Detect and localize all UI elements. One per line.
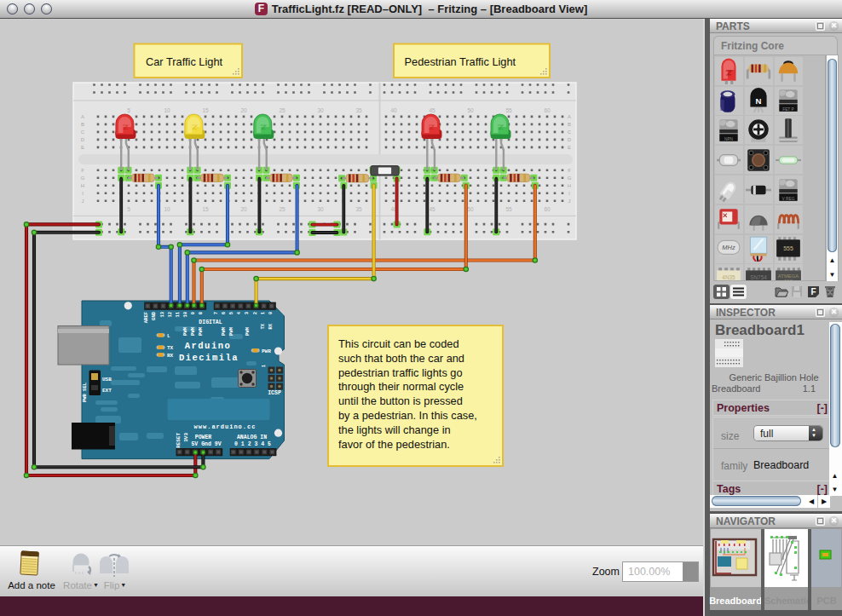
svg-text:1: 1 xyxy=(262,365,267,367)
svg-text:D: D xyxy=(81,137,85,142)
svg-text:10: 10 xyxy=(164,206,170,212)
svg-text:12: 12 xyxy=(167,312,173,318)
svg-text:PWM: PWM xyxy=(198,326,204,336)
svg-text:30: 30 xyxy=(317,107,324,113)
svg-text:Car Traffic Light: Car Traffic Light xyxy=(146,55,223,68)
svg-text:such that both the car and: such that both the car and xyxy=(338,352,464,365)
svg-text:J: J xyxy=(568,199,571,204)
svg-text:N: N xyxy=(756,96,762,106)
svg-text:PWM: PWM xyxy=(182,326,188,336)
svg-text:pedestrian traffic lights go: pedestrian traffic lights go xyxy=(338,366,463,379)
svg-text:A: A xyxy=(568,114,571,119)
svg-text:3V3: 3V3 xyxy=(183,433,189,442)
svg-text:EXT: EXT xyxy=(102,388,112,394)
svg-text:B: B xyxy=(81,122,84,127)
svg-text:555: 555 xyxy=(783,245,793,251)
svg-text:5: 5 xyxy=(127,107,130,113)
svg-text:ATMEGA: ATMEGA xyxy=(778,273,799,279)
svg-text:20: 20 xyxy=(240,206,247,212)
svg-text:C: C xyxy=(568,130,572,135)
svg-text:E: E xyxy=(81,145,84,150)
svg-text:D: D xyxy=(568,137,572,142)
svg-text:the lights will change in: the lights will change in xyxy=(338,423,451,436)
svg-text:SN754: SN754 xyxy=(750,274,767,280)
svg-text:GND: GND xyxy=(151,311,157,320)
svg-text:25: 25 xyxy=(279,206,285,212)
svg-text:L: L xyxy=(167,333,170,339)
svg-text:PWM: PWM xyxy=(245,326,251,336)
svg-text:G: G xyxy=(81,176,85,181)
svg-text:45: 45 xyxy=(429,107,435,113)
svg-text:RESET: RESET xyxy=(176,433,182,448)
svg-text:FET P: FET P xyxy=(782,107,794,112)
svg-text:PWM: PWM xyxy=(221,326,227,336)
svg-text:until the button is pressed: until the button is pressed xyxy=(338,394,463,407)
svg-text:POWER: POWER xyxy=(195,435,212,440)
svg-text:RX: RX xyxy=(268,323,274,329)
svg-text:TX: TX xyxy=(260,323,266,329)
svg-text:through their normal cycle: through their normal cycle xyxy=(338,380,464,393)
svg-text:V REG: V REG xyxy=(782,196,795,200)
svg-text:25: 25 xyxy=(279,107,285,113)
svg-text:AREF: AREF xyxy=(143,312,149,323)
svg-text:9: 9 xyxy=(190,312,196,314)
svg-text:6: 6 xyxy=(221,312,227,314)
svg-text:55: 55 xyxy=(505,206,512,212)
svg-text:This circuit can be coded: This circuit can be coded xyxy=(338,337,459,350)
svg-text:10: 10 xyxy=(182,312,188,318)
svg-text:TX: TX xyxy=(167,345,174,351)
svg-text:www.arduino.cc: www.arduino.cc xyxy=(194,423,257,430)
svg-text:7: 7 xyxy=(213,312,219,314)
svg-text:15: 15 xyxy=(202,206,209,212)
svg-text:13: 13 xyxy=(159,311,165,317)
svg-text:PWM: PWM xyxy=(190,326,196,336)
svg-text:G: G xyxy=(568,176,572,181)
svg-text:PWM: PWM xyxy=(228,326,234,336)
svg-text:40: 40 xyxy=(390,107,397,113)
svg-text:60: 60 xyxy=(544,206,551,212)
svg-text:F: F xyxy=(810,287,816,296)
svg-text:50: 50 xyxy=(467,206,474,212)
svg-text:4N35: 4N35 xyxy=(722,274,735,280)
svg-text:PWR SEL: PWR SEL xyxy=(82,382,88,402)
svg-text:20: 20 xyxy=(240,107,247,113)
svg-text:45: 45 xyxy=(429,206,435,212)
svg-text:favor of the pedestrian.: favor of the pedestrian. xyxy=(338,438,450,451)
svg-text:H: H xyxy=(568,183,571,188)
svg-text:by a pedestrian. In this case,: by a pedestrian. In this case, xyxy=(338,409,477,422)
svg-text:H: H xyxy=(81,183,84,188)
svg-text:F: F xyxy=(81,168,84,173)
svg-text:USB: USB xyxy=(102,377,112,383)
svg-text:C: C xyxy=(81,130,85,135)
svg-text:RX: RX xyxy=(167,353,174,359)
svg-text:5V Gnd 9V: 5V Gnd 9V xyxy=(191,441,221,447)
svg-text:35: 35 xyxy=(355,107,362,113)
svg-text:Arduino: Arduino xyxy=(185,341,232,351)
svg-text:B: B xyxy=(568,122,571,127)
svg-text:60: 60 xyxy=(544,107,551,113)
svg-text:F: F xyxy=(568,168,571,173)
svg-text:10: 10 xyxy=(164,107,170,113)
svg-text:30: 30 xyxy=(317,206,324,212)
svg-text:PWR: PWR xyxy=(262,348,271,354)
svg-text:2: 2 xyxy=(252,312,258,314)
svg-text:5: 5 xyxy=(127,206,130,212)
svg-text:0 1 2 3 4 5: 0 1 2 3 4 5 xyxy=(234,441,271,447)
svg-text:35: 35 xyxy=(355,206,362,212)
svg-text:0: 0 xyxy=(268,312,274,314)
svg-text:DIGITAL: DIGITAL xyxy=(199,320,222,325)
svg-text:J: J xyxy=(82,199,84,204)
svg-text:50: 50 xyxy=(467,107,474,113)
svg-text:MHz: MHz xyxy=(722,244,735,251)
svg-text:15: 15 xyxy=(202,107,209,113)
svg-text:NPN: NPN xyxy=(724,137,734,141)
svg-text:11: 11 xyxy=(175,311,181,317)
svg-text:55: 55 xyxy=(505,107,512,113)
svg-text:ICSP: ICSP xyxy=(268,390,281,396)
svg-text:A: A xyxy=(81,114,84,119)
svg-text:Diecimila: Diecimila xyxy=(179,353,239,363)
svg-text:ANALOG IN: ANALOG IN xyxy=(237,435,267,440)
svg-text:Pedestrian Traffic Light: Pedestrian Traffic Light xyxy=(405,55,516,68)
svg-text:E: E xyxy=(568,145,571,150)
